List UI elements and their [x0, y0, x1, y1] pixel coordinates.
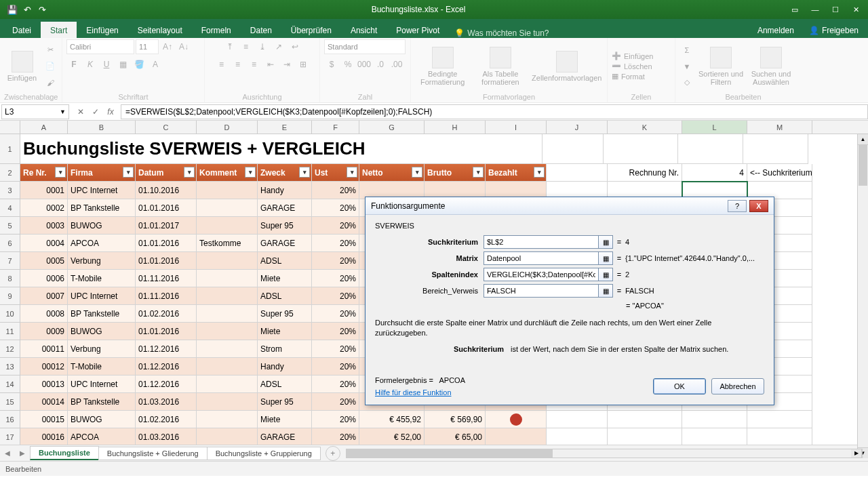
cell[interactable]: Miete [258, 411, 312, 428]
save-icon[interactable]: 💾 [7, 4, 18, 15]
cell[interactable]: 20% [312, 270, 359, 287]
tell-me-search[interactable]: 💡Was möchten Sie tun? [454, 28, 549, 38]
cell[interactable]: APCOA [68, 428, 136, 445]
cell[interactable] [678, 134, 743, 164]
anmelden-link[interactable]: Anmelden [752, 23, 800, 38]
cell[interactable]: GARAGE [258, 428, 312, 445]
border-icon[interactable]: ▦ [115, 57, 130, 72]
number-format-select[interactable] [324, 39, 406, 54]
orientation-icon[interactable]: ↗ [271, 39, 286, 54]
copy-icon[interactable]: 📄 [43, 59, 58, 74]
align-left-icon[interactable]: ≡ [214, 57, 229, 72]
cell[interactable]: Super 95 [258, 393, 312, 411]
cell[interactable]: UPC Internet [68, 287, 136, 305]
cell[interactable]: 0005 [20, 252, 68, 270]
sheet-tab-2[interactable]: Buchungsliste + Gliederung [98, 447, 208, 460]
row-header[interactable]: 2 [0, 164, 20, 182]
cell[interactable] [547, 164, 608, 182]
tab-daten[interactable]: Daten [241, 22, 281, 38]
indent-dec-icon[interactable]: ⇤ [263, 57, 278, 72]
cell[interactable]: <-- Suchkriterium [747, 164, 812, 182]
cell[interactable]: Super 95 [258, 305, 312, 323]
cell[interactable] [486, 428, 547, 445]
dialog-titlebar[interactable]: Funktionsargumente ? X [366, 197, 774, 215]
col-header-L[interactable]: L [682, 121, 747, 134]
table-header[interactable]: Brutto▾ [425, 164, 486, 182]
cell[interactable]: 01.02.2016 [136, 411, 197, 428]
table-header[interactable]: Zweck▾ [258, 164, 312, 182]
ref-select-icon[interactable]: ▦ [598, 251, 613, 265]
row-header[interactable]: 5 [0, 217, 20, 235]
col-header-B[interactable]: B [68, 121, 136, 134]
format-cells-button[interactable]: ▦Format [612, 72, 653, 81]
cell[interactable]: ADSL [258, 375, 312, 393]
ok-button[interactable]: OK [653, 378, 706, 394]
col-header-C[interactable]: C [136, 121, 197, 134]
cell[interactable]: 0008 [20, 305, 68, 323]
cell[interactable]: GARAGE [258, 199, 312, 217]
tab-seitenlayout[interactable]: Seitenlayout [128, 22, 192, 38]
tab-start[interactable]: Start [41, 22, 77, 38]
cell[interactable] [197, 358, 258, 375]
cell[interactable]: BP Tankstelle [68, 393, 136, 411]
delete-cells-button[interactable]: ➖Löschen [612, 62, 653, 70]
cell[interactable]: UPC Internet [68, 375, 136, 393]
table-header[interactable]: Komment▾ [197, 164, 258, 182]
cell[interactable]: 01.01.2016 [136, 252, 197, 270]
cell[interactable]: € 65,00 [425, 428, 486, 445]
filter-dropdown-icon[interactable]: ▾ [184, 167, 195, 178]
table-header[interactable]: Firma▾ [68, 164, 136, 182]
hscroll-thumb[interactable] [347, 449, 553, 458]
col-header-G[interactable]: G [359, 121, 425, 134]
table-header[interactable]: Ust▾ [312, 164, 359, 182]
cell[interactable]: 00015 [20, 411, 68, 428]
sheet-nav-prev-icon[interactable]: ◀ [1, 447, 14, 460]
filter-dropdown-icon[interactable]: ▾ [55, 167, 66, 178]
cell[interactable]: APCOA [68, 235, 136, 252]
row-header[interactable]: 12 [0, 340, 20, 358]
cell[interactable]: 4 [682, 164, 747, 182]
cell[interactable] [197, 287, 258, 305]
cell[interactable]: 0004 [20, 235, 68, 252]
sort-filter-button[interactable]: Sortieren und Filtern [697, 43, 745, 89]
cell[interactable]: Miete [258, 323, 312, 340]
arg-spaltenindex-input[interactable] [484, 268, 599, 281]
cell[interactable] [197, 252, 258, 270]
tab-formeln[interactable]: Formeln [192, 22, 241, 38]
filter-dropdown-icon[interactable]: ▾ [245, 167, 256, 178]
cell[interactable]: 01.01.2016 [136, 235, 197, 252]
cell[interactable] [197, 305, 258, 323]
cell[interactable]: 20% [312, 287, 359, 305]
cancel-button[interactable]: Abbrechen [711, 378, 764, 394]
row-header[interactable]: 10 [0, 305, 20, 323]
accept-formula-icon[interactable]: ✓ [88, 104, 103, 119]
col-header-D[interactable]: D [197, 121, 258, 134]
cell[interactable]: BP Tankstelle [68, 305, 136, 323]
tab-ueberpruefen[interactable]: Überprüfen [281, 22, 341, 38]
cell[interactable] [747, 428, 812, 445]
cell[interactable]: 20% [312, 305, 359, 323]
col-header-M[interactable]: M [747, 121, 812, 134]
inc-dec-icon[interactable]: .0 [373, 57, 388, 72]
row-header[interactable]: 17 [0, 428, 20, 445]
cell[interactable]: Strom [258, 340, 312, 358]
row-header[interactable]: 7 [0, 252, 20, 270]
row-header[interactable]: 9 [0, 287, 20, 305]
dialog-close-button[interactable]: X [749, 200, 768, 212]
row-header[interactable]: 4 [0, 199, 20, 217]
cell[interactable]: 20% [312, 199, 359, 217]
new-sheet-button[interactable]: + [326, 446, 340, 461]
table-header[interactable]: Datum▾ [136, 164, 197, 182]
col-header-H[interactable]: H [425, 121, 486, 134]
cell[interactable] [197, 270, 258, 287]
cell[interactable] [743, 134, 808, 164]
name-box[interactable]: L3▼ [1, 104, 69, 119]
underline-button[interactable]: U [99, 57, 114, 72]
cell[interactable]: Verbung [68, 252, 136, 270]
cell[interactable]: GARAGE [258, 235, 312, 252]
dialog-help-button[interactable]: ? [728, 200, 747, 212]
cell[interactable] [197, 182, 258, 199]
scroll-thumb[interactable] [859, 145, 867, 186]
cell[interactable]: 01.01.2016 [136, 323, 197, 340]
cell[interactable]: 20% [312, 235, 359, 252]
